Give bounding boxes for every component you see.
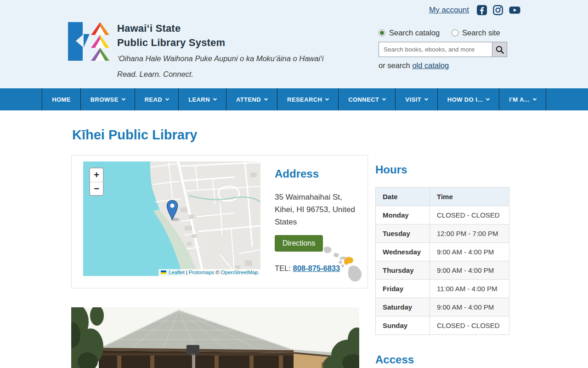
zoom-in-button[interactable]: + — [90, 168, 103, 182]
page-title: Kīhei Public Library — [72, 127, 197, 143]
day-cell: Tuesday — [376, 224, 430, 243]
search-row — [379, 42, 523, 57]
brand-text: Hawaiʻi State Public Library System ʻOih… — [117, 21, 323, 79]
phone-link[interactable]: 808-875-6833 — [293, 264, 340, 272]
site-tagline: Read. Learn. Connect. — [117, 70, 323, 79]
hspls-logo — [68, 21, 109, 61]
nav-item-research[interactable]: RESEARCH — [277, 88, 338, 110]
address-line: Kihei, HI 96753, United — [275, 203, 368, 216]
radio-selected-icon — [379, 29, 385, 36]
map-attribution: Leaflet | Protomaps © OpenStreetMap — [158, 269, 260, 276]
hours-table: Date Time Monday CLOSED - CLOSED Tuesday… — [375, 187, 509, 335]
time-cell: CLOSED - CLOSED — [430, 206, 509, 224]
access-heading: Access — [375, 353, 509, 366]
nav-item-connect[interactable]: CONNECT — [338, 88, 395, 110]
time-cell: 12:00 PM - 7:00 PM — [430, 224, 509, 243]
nav-label: BROWSE — [90, 96, 119, 103]
chevron-down-icon — [325, 97, 329, 100]
site-subtitle: ʻOihana Hale Waihona Puke Aupuni o ka Mo… — [117, 54, 323, 63]
nav-label: HOME — [52, 96, 71, 103]
search-block: Search catalog Search site or search old… — [379, 29, 523, 70]
nav-item-read[interactable]: READ — [135, 88, 178, 110]
table-row: Sunday CLOSED - CLOSED — [376, 316, 509, 335]
nav-label: VISIT — [405, 96, 421, 103]
chevron-down-icon — [533, 97, 537, 100]
search-scope-radios: Search catalog Search site — [379, 29, 523, 37]
nav-item-visit[interactable]: VISIT — [395, 88, 437, 110]
map[interactable]: + − Leaflet | Protomaps © OpenStreetMap — [83, 161, 260, 276]
zoom-out-button[interactable]: − — [90, 182, 103, 195]
facebook-link[interactable] — [476, 5, 487, 16]
or-search-prefix: or search — [379, 61, 410, 69]
table-row: Friday 11:00 AM - 4:00 PM — [376, 280, 509, 298]
nav-label: LEARN — [188, 96, 210, 103]
day-cell: Thursday — [376, 261, 430, 280]
time-cell: 9:00 AM - 4:00 PM — [430, 243, 509, 261]
nav-label: ATTEND — [236, 96, 261, 103]
table-row: Tuesday 12:00 PM - 7:00 PM — [376, 224, 509, 243]
radio-search-site[interactable]: Search site — [452, 29, 500, 37]
time-cell: 11:00 AM - 4:00 PM — [430, 280, 509, 298]
chevron-down-icon — [382, 97, 386, 100]
openstreetmap-link[interactable]: OpenStreetMap — [221, 270, 258, 275]
chevron-down-icon — [121, 97, 125, 100]
or-search-line: or search old catalog — [379, 61, 523, 70]
address-heading: Address — [275, 167, 368, 180]
time-cell: 9:00 AM - 4:00 PM — [430, 298, 509, 316]
day-cell: Sunday — [376, 316, 430, 335]
tel-label: TEL: — [275, 264, 291, 272]
search-button[interactable] — [492, 42, 507, 57]
nav-item-how-do-i[interactable]: HOW DO I... — [437, 88, 499, 110]
nav-item-home[interactable]: HOME — [42, 88, 80, 110]
building-photo-graphic — [71, 307, 359, 368]
chevron-down-icon — [486, 97, 490, 100]
youtube-link[interactable] — [509, 5, 521, 16]
nav-item-browse[interactable]: BROWSE — [80, 88, 135, 110]
address-line: States — [275, 216, 368, 228]
youtube-icon — [509, 5, 521, 16]
chevron-down-icon — [165, 97, 169, 100]
radio-search-site-label: Search site — [462, 29, 500, 37]
nav-item-learn[interactable]: LEARN — [178, 88, 226, 110]
day-cell: Friday — [376, 280, 430, 298]
time-cell: CLOSED - CLOSED — [430, 316, 509, 335]
leaflet-link[interactable]: Leaflet — [169, 270, 185, 275]
map-zoom-control: + − — [89, 167, 104, 196]
nav-label: CONNECT — [348, 96, 379, 103]
instagram-icon — [492, 5, 503, 16]
nav-label: I’M A... — [509, 96, 530, 103]
address-line: 35 Waimahaihai St, — [275, 191, 368, 203]
column-header-time: Time — [430, 188, 509, 206]
chevron-down-icon — [213, 97, 217, 100]
address-text: 35 Waimahaihai St, Kihei, HI 96753, Unit… — [275, 191, 368, 228]
site-title-line2: Public Library System — [117, 35, 323, 50]
branding[interactable]: Hawaiʻi State Public Library System ʻOih… — [68, 21, 323, 79]
table-row: Thursday 9:00 AM - 4:00 PM — [376, 261, 509, 280]
address-section: Address 35 Waimahaihai St, Kihei, HI 967… — [275, 161, 368, 288]
hours-section: Hours Date Time Monday CLOSED - CLOSED T… — [375, 163, 509, 366]
main-nav: HOME BROWSE READ LEARN ATTEND RESEARCH C… — [0, 88, 588, 110]
my-account-link[interactable]: My account — [429, 6, 469, 15]
old-catalog-link[interactable]: old catalog — [412, 61, 449, 69]
protomaps-link[interactable]: Protomaps — [189, 270, 215, 275]
radio-unselected-icon — [452, 29, 458, 36]
column-header-date: Date — [376, 188, 430, 206]
directions-button[interactable]: Directions — [275, 235, 323, 252]
nav-item-im-a[interactable]: I’M A... — [499, 88, 546, 110]
table-header-row: Date Time — [376, 188, 509, 206]
telephone-line: TEL: 808-875-6833 — [275, 264, 368, 273]
instagram-link[interactable] — [492, 5, 503, 16]
table-row: Monday CLOSED - CLOSED — [376, 206, 509, 224]
nav-label: READ — [145, 96, 162, 103]
nav-item-attend[interactable]: ATTEND — [226, 88, 277, 110]
radio-search-catalog-label: Search catalog — [389, 29, 440, 37]
search-icon — [495, 45, 504, 54]
hours-heading: Hours — [375, 163, 509, 176]
search-input[interactable] — [379, 42, 492, 57]
ukraine-flag-icon — [161, 270, 166, 274]
topbar: My account — [429, 5, 521, 16]
day-cell: Monday — [376, 206, 430, 224]
chevron-down-icon — [264, 97, 268, 100]
radio-search-catalog[interactable]: Search catalog — [379, 29, 440, 37]
nav-label: RESEARCH — [287, 96, 322, 103]
